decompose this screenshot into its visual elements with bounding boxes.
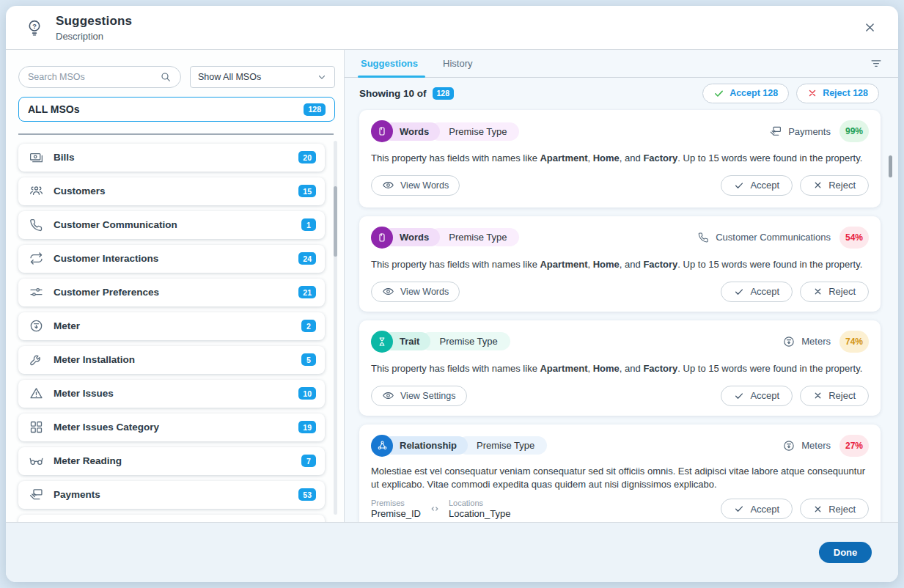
- sidebar-item-premise[interactable]: Premise 2: [18, 515, 325, 523]
- view-settings-button[interactable]: View Settings: [371, 386, 467, 406]
- mapping-target-title: Locations: [449, 499, 511, 507]
- reject-button[interactable]: Reject: [800, 386, 869, 406]
- lightbulb-icon: ?: [25, 18, 44, 37]
- x-icon: [813, 504, 823, 514]
- suggestion-card: Trait Premise Type Meters 74% This prope…: [359, 320, 881, 416]
- customers-icon: [28, 183, 44, 199]
- sidebar-item-meter-issues-category[interactable]: Meter Issues Category 19: [18, 414, 325, 441]
- category-chip: Premise Type: [457, 436, 547, 455]
- meter-gauge-icon: [782, 335, 795, 348]
- x-icon: [813, 391, 823, 400]
- done-button[interactable]: Done: [819, 542, 872, 563]
- target-label: Customer Communications: [716, 232, 831, 243]
- warning-icon: [28, 386, 44, 402]
- type-chip: Relationship: [382, 436, 468, 455]
- count-badge: 10: [298, 387, 316, 400]
- tab-bar: Suggestions History: [345, 50, 898, 78]
- count-badge: 5: [301, 353, 316, 366]
- count-badge: 128: [304, 103, 326, 116]
- page-title: Suggestions: [56, 14, 860, 29]
- check-icon: [734, 287, 744, 297]
- tab-suggestions[interactable]: Suggestions: [359, 50, 419, 77]
- x-icon: [813, 287, 823, 296]
- view-words-button[interactable]: View Words: [371, 282, 460, 302]
- accept-button[interactable]: Accept: [721, 175, 793, 196]
- bill-icon: [28, 150, 44, 166]
- count-badge: 7: [301, 455, 316, 467]
- wrench-icon: [28, 352, 44, 368]
- house-icon: [28, 521, 44, 523]
- target-label: Meters: [801, 440, 831, 451]
- show-all-msos-dropdown[interactable]: Show All MSOs: [190, 66, 335, 88]
- eye-icon: [382, 389, 394, 402]
- svg-text:?: ?: [32, 22, 37, 29]
- accept-button[interactable]: Accept: [721, 282, 793, 302]
- eye-icon: [382, 179, 394, 191]
- mapping-source-title: Premises: [371, 499, 421, 507]
- sidebar-item-meter-installation[interactable]: Meter Installation 5: [18, 346, 325, 374]
- words-icon: [371, 227, 393, 249]
- check-icon: [734, 391, 744, 401]
- page-subtitle: Description: [56, 31, 860, 42]
- sidebar-item-customer-interactions[interactable]: Customer Interactions 24: [18, 245, 325, 273]
- sliders-icon: [28, 284, 44, 301]
- suggestion-description: Molestiae est vel consequatur veniam con…: [371, 465, 869, 493]
- reject-button[interactable]: Reject: [800, 499, 869, 519]
- sidebar-scrollbar[interactable]: [334, 141, 337, 515]
- dropdown-value: Show All MSOs: [198, 72, 317, 82]
- phone-icon: [697, 231, 710, 243]
- search-mso-box: [18, 66, 181, 88]
- showing-count: Showing 10 of 128: [359, 87, 454, 100]
- suggestions-toolbar: Showing 10 of 128 Accept 128 Reject 128: [345, 78, 898, 109]
- suggestion-list: Words Premise Type Payments 99% This pro…: [345, 109, 898, 522]
- accept-all-button[interactable]: Accept 128: [702, 84, 789, 103]
- sidebar-item-customer-preferences[interactable]: Customer Preferences 21: [18, 279, 325, 306]
- reject-button[interactable]: Reject: [800, 282, 869, 302]
- suggestion-description: This property has fields with names like…: [371, 362, 869, 376]
- count-badge: 1: [301, 218, 316, 231]
- sidebar-item-bills[interactable]: Bills 20: [18, 144, 325, 172]
- filter-icon[interactable]: [869, 56, 883, 71]
- sidebar-item-meter-reading[interactable]: Meter Reading 7: [18, 447, 325, 475]
- hourglass-icon: [371, 331, 393, 353]
- search-input[interactable]: [28, 72, 160, 82]
- target-label: Payments: [788, 126, 831, 137]
- field-mapping: Premises Premise_ID Locations Location_T…: [371, 499, 511, 519]
- mso-list: Bills 20 Customers 15 Customer Communica…: [6, 135, 344, 523]
- confidence-badge: 54%: [839, 227, 869, 249]
- reject-button[interactable]: Reject: [800, 175, 869, 196]
- check-icon: [734, 504, 744, 514]
- suggestion-card: Words Premise Type Customer Communicatio…: [359, 216, 881, 312]
- suggestion-description: This property has fields with names like…: [371, 152, 869, 166]
- sidebar-item-payments[interactable]: Payments 53: [18, 481, 325, 509]
- tab-history[interactable]: History: [441, 50, 474, 77]
- x-icon: [813, 180, 823, 190]
- accept-button[interactable]: Accept: [721, 499, 793, 519]
- category-chip: Premise Type: [430, 122, 519, 141]
- sidebar-item-meter-issues[interactable]: Meter Issues 10: [18, 380, 325, 408]
- sidebar-item-customers[interactable]: Customers 15: [18, 177, 325, 205]
- count-badge: 19: [298, 421, 316, 433]
- network-icon: [371, 435, 393, 457]
- all-msos-label: ALL MSOs: [28, 103, 80, 115]
- panel-scrollbar[interactable]: [889, 110, 892, 515]
- suggestion-description: This property has fields with names like…: [371, 258, 869, 272]
- mapping-source-value: Premise_ID: [371, 508, 421, 519]
- search-icon: [160, 71, 172, 83]
- sidebar-item-customer-communication[interactable]: Customer Communication 1: [18, 211, 325, 239]
- category-chip: Premise Type: [420, 332, 510, 350]
- close-icon[interactable]: [860, 18, 879, 37]
- sidebar-item-meter[interactable]: Meter 2: [18, 312, 325, 340]
- grid-icon: [28, 419, 44, 436]
- sidebar-item-all-msos[interactable]: ALL MSOs 128: [18, 97, 335, 122]
- suggestions-panel: Suggestions History Showing 10 of 128 Ac…: [345, 50, 898, 522]
- confidence-badge: 99%: [839, 120, 869, 142]
- meter-gauge-icon: [28, 318, 44, 334]
- code-icon: [430, 504, 440, 514]
- view-words-button[interactable]: View Words: [371, 175, 460, 196]
- payments-icon: [28, 487, 44, 503]
- suggestion-card: Words Premise Type Payments 99% This pro…: [359, 110, 881, 207]
- reject-all-button[interactable]: Reject 128: [796, 84, 879, 103]
- accept-button[interactable]: Accept: [721, 386, 793, 406]
- eye-icon: [382, 285, 394, 298]
